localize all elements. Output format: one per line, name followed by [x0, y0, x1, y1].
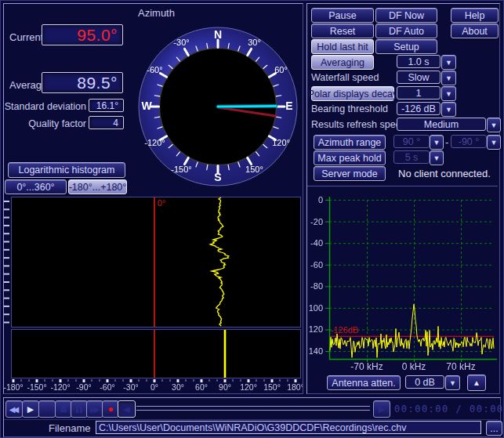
step-forward-icon: ▶: [379, 404, 385, 414]
average-bearing-readout: 89.5°: [42, 72, 123, 93]
chevron-down-icon: ▼: [433, 154, 441, 162]
max-peak-hold-dropdown-button[interactable]: ▼: [430, 150, 444, 165]
logarithmic-histogram-button[interactable]: Logarithmic histogram: [8, 162, 125, 178]
azimuth-title: Azimuth: [138, 7, 175, 19]
chevron-down-icon: ▼: [491, 121, 498, 129]
azimuth-range-to-value[interactable]: -90 °: [451, 135, 487, 148]
quality-factor-label: Quality factor: [0, 118, 86, 129]
quality-factor-value: 4: [113, 118, 118, 129]
antenna-atten-button[interactable]: Antenna atten.: [327, 375, 401, 390]
record-icon: ●: [107, 404, 113, 414]
playback-bar-divider: [4, 419, 499, 420]
help-button[interactable]: Help: [451, 8, 499, 23]
azimuth-range-separator: -: [445, 136, 448, 148]
averaging-dropdown-button[interactable]: ▼: [441, 55, 456, 70]
max-peak-hold-value[interactable]: 5 s: [393, 150, 430, 164]
df-now-button[interactable]: DF Now: [375, 8, 437, 23]
pause-button[interactable]: Pause: [311, 8, 374, 23]
std-deviation-label: Standard deviation: [0, 101, 86, 112]
azimuth-compass-dial: [135, 24, 301, 190]
reset-button[interactable]: Reset: [311, 24, 374, 38]
stop-button[interactable]: [55, 400, 72, 418]
transport-blank-button[interactable]: [38, 400, 56, 418]
filename-label: Filename: [49, 422, 90, 434]
hold-last-hit-button[interactable]: Hold last hit: [311, 39, 374, 54]
play-icon: ▶: [27, 404, 34, 414]
waterfall-speed-label: Waterfall speed: [311, 72, 379, 83]
playback-time-display: 00:00:00 / 00:00:04: [394, 404, 504, 414]
server-mode-status: No client connected.: [398, 168, 491, 179]
antenna-atten-value[interactable]: 0 dB: [405, 375, 444, 389]
waterfall-speed-dropdown-button[interactable]: ▼: [441, 71, 456, 85]
df-spectrum-display: [309, 187, 500, 372]
results-refresh-speed-value[interactable]: Medium: [397, 118, 486, 131]
chevron-down-icon: ▼: [445, 59, 452, 67]
results-refresh-dropdown-button[interactable]: ▼: [487, 118, 501, 132]
rewind-button[interactable]: ◀◀: [5, 400, 23, 418]
polar-decay-dropdown-button[interactable]: ▼: [441, 86, 456, 101]
quality-factor-readout: 4: [89, 116, 124, 129]
results-refresh-speed-label: Results refresh speed: [311, 119, 407, 130]
bearing-threshold-value[interactable]: -126 dB: [397, 102, 441, 115]
current-label: Current: [9, 31, 43, 43]
chevron-down-icon: ▼: [445, 74, 452, 82]
chevron-up-icon: ▲: [473, 378, 480, 387]
current-bearing-value: 95.0°: [77, 26, 118, 45]
chevron-down-icon: ▼: [433, 139, 441, 147]
std-deviation-value: 16.1°: [96, 100, 118, 111]
polar-displays-decay-button[interactable]: Polar displays decay: [311, 86, 394, 101]
control-panel-divider: [307, 186, 498, 186]
bearing-waterfall-display: [4, 196, 303, 393]
record-button[interactable]: ●: [102, 400, 119, 418]
range-0-360-button[interactable]: 0°...360°: [5, 179, 67, 194]
setup-button[interactable]: Setup: [375, 39, 437, 54]
averaging-button[interactable]: Averaging: [311, 55, 374, 70]
fast-forward-button[interactable]: ▶▶: [86, 400, 103, 418]
chevron-down-icon: ▼: [445, 106, 452, 114]
chevron-down-icon: ▼: [445, 90, 452, 98]
fast-forward-icon: ▶▶: [90, 405, 97, 414]
pause-icon: [75, 402, 83, 416]
rewind-icon: ◀◀: [9, 405, 16, 414]
chevron-down-icon: ▼: [449, 379, 456, 387]
stop-icon: [60, 406, 67, 412]
playback-position-slider[interactable]: [136, 406, 370, 411]
average-bearing-value: 89.5°: [77, 74, 118, 92]
chevron-down-icon: ▼: [491, 139, 498, 147]
azimuth-range-button[interactable]: Azimuth range: [314, 135, 386, 150]
range-plus-minus-180-button[interactable]: -180°...+180°: [68, 179, 127, 194]
spectrum-collapse-button[interactable]: ▲: [467, 375, 486, 391]
std-deviation-readout: 16.1°: [89, 99, 124, 112]
df-auto-button[interactable]: DF Auto: [375, 24, 437, 38]
polar-displays-decay-value[interactable]: 1: [397, 86, 441, 100]
antenna-atten-dropdown-button[interactable]: ▼: [445, 375, 460, 390]
waterfall-speed-value[interactable]: Slow: [397, 71, 441, 84]
bearing-threshold-dropdown-button[interactable]: ▼: [441, 102, 456, 117]
play-button[interactable]: ▶: [22, 400, 39, 418]
step-back-icon: ◀: [123, 404, 129, 414]
server-mode-button[interactable]: Server mode: [314, 166, 386, 181]
pause-playback-button[interactable]: [71, 400, 88, 418]
averaging-value[interactable]: 1.0 s: [397, 55, 441, 68]
azimuth-range-from-dropdown-button[interactable]: ▼: [430, 135, 444, 150]
azimuth-range-from-value[interactable]: 90 °: [393, 135, 430, 148]
about-button[interactable]: About: [451, 24, 499, 38]
azimuth-range-to-dropdown-button[interactable]: ▼: [487, 135, 501, 150]
browse-button[interactable]: ...: [486, 421, 502, 436]
bearing-threshold-label: Bearing threshold: [311, 103, 388, 114]
step-forward-button[interactable]: ▶: [373, 400, 390, 418]
filename-input[interactable]: [96, 421, 481, 434]
step-back-button[interactable]: ◀: [118, 400, 136, 418]
max-peak-hold-button[interactable]: Max peak hold: [314, 150, 386, 165]
current-bearing-readout: 95.0°: [42, 24, 123, 45]
